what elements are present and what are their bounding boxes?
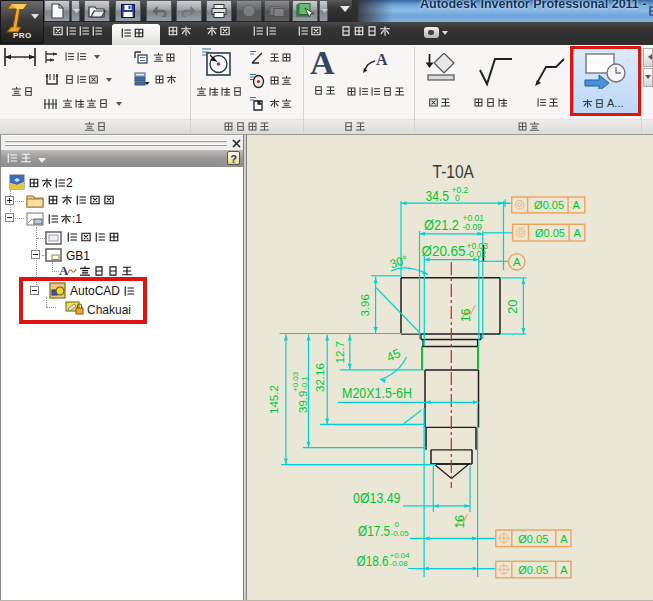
svg-text:M20X1.5-6H: M20X1.5-6H [342, 385, 412, 401]
svg-text:-0.05: -0.05 [391, 529, 410, 538]
svg-text:Ø0.05: Ø0.05 [535, 227, 565, 239]
svg-text:A: A [376, 51, 388, 68]
svg-text:39.9: 39.9 [297, 391, 309, 413]
svg-text:Ø17.5: Ø17.5 [358, 523, 390, 539]
svg-text:-0.09: -0.09 [463, 222, 483, 232]
svg-text:Ø0.05: Ø0.05 [534, 199, 564, 211]
svg-text:0Ø13.49: 0Ø13.49 [353, 490, 401, 506]
svg-text:Ø0.05: Ø0.05 [518, 533, 548, 545]
svg-text:A: A [59, 263, 69, 278]
svg-text:16: 16 [459, 308, 473, 322]
svg-text:32.16: 32.16 [314, 363, 326, 392]
svg-text:-0.1: -0.1 [300, 376, 309, 390]
svg-text:20: 20 [505, 300, 520, 314]
svg-text:45: 45 [384, 346, 403, 365]
svg-text:Ø21.2: Ø21.2 [424, 217, 459, 233]
svg-text:Ø20.65: Ø20.65 [422, 243, 466, 259]
svg-text:A: A [513, 256, 521, 268]
svg-text:34.5: 34.5 [426, 188, 450, 204]
svg-text:A: A [574, 227, 582, 239]
svg-text:A: A [560, 564, 568, 576]
svg-text:145.2: 145.2 [268, 385, 280, 414]
svg-text:Ø0.05: Ø0.05 [518, 564, 548, 576]
svg-text:A: A [560, 533, 568, 545]
svg-text:3.96: 3.96 [359, 294, 371, 316]
svg-text:-0.08: -0.08 [390, 559, 409, 568]
svg-text:0: 0 [455, 193, 460, 203]
svg-text:A: A [573, 199, 581, 211]
svg-text:16: 16 [453, 515, 467, 529]
svg-text:Ø18.6: Ø18.6 [357, 553, 389, 569]
svg-text:-0.02: -0.02 [467, 249, 487, 259]
svg-text:T-10A: T-10A [433, 161, 475, 182]
svg-text:12.7: 12.7 [334, 341, 346, 363]
